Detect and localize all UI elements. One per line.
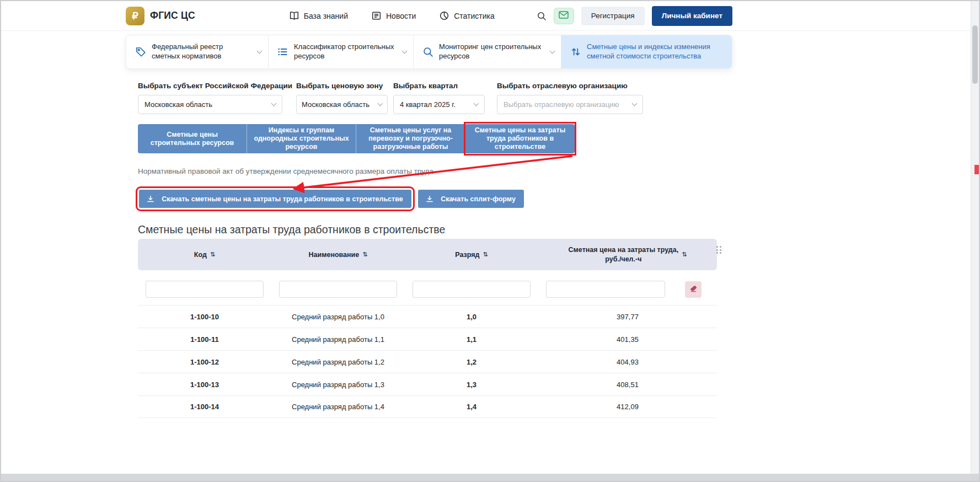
- filter-select-2[interactable]: Московская область: [296, 95, 388, 114]
- sort-icon[interactable]: ⇅: [682, 251, 687, 258]
- chevron-down-icon: [550, 48, 555, 53]
- scrollbar-thumb[interactable]: [972, 25, 978, 84]
- cell-name: Средний разряд работы 1,2: [271, 358, 405, 366]
- scroll-marker: [974, 165, 979, 174]
- header-nav-item[interactable]: База знаний: [289, 10, 348, 21]
- table-row[interactable]: 1-100-13Средний разряд работы 1,31,3408,…: [138, 373, 717, 395]
- cell-grade: 1,2: [405, 358, 538, 366]
- download-icon: [147, 195, 154, 203]
- news-icon: [371, 10, 382, 21]
- classifier-list-icon: [277, 46, 288, 57]
- sort-arrows-icon: [570, 46, 581, 57]
- table-filter-input-3[interactable]: [413, 281, 531, 298]
- filter-label: Выбрать квартал: [393, 82, 485, 90]
- sort-icon[interactable]: ⇅: [483, 251, 488, 258]
- nav-tab-4[interactable]: Сметные цены и индексы изменения сметной…: [561, 35, 732, 68]
- header-nav-item[interactable]: Новости: [371, 10, 416, 21]
- filter-select-1[interactable]: Московская область: [138, 95, 282, 114]
- table-row[interactable]: 1-100-10Средний разряд работы 1,01,0397,…: [138, 305, 717, 328]
- segment-tab-1[interactable]: Сметные цены строительных ресурсов: [138, 124, 247, 153]
- cell-name: Средний разряд работы 1,3: [271, 381, 405, 389]
- chevron-down-icon: [632, 101, 638, 106]
- segment-tab-label: Сметные цены услуг на перевозку и погруз…: [362, 126, 459, 151]
- column-header-4[interactable]: Сметная цена на затраты труда,руб./чел.-…: [538, 245, 717, 264]
- sort-icon[interactable]: ⇅: [210, 251, 215, 258]
- segment-tab-3[interactable]: Сметные цены услуг на перевозку и погруз…: [356, 124, 465, 153]
- column-label: Наименование: [309, 251, 360, 259]
- filter-select-3[interactable]: 4 квартал 2025 г.: [393, 95, 485, 114]
- search-icon[interactable]: [537, 11, 547, 21]
- clear-filters-button[interactable]: [685, 281, 701, 298]
- download-icon: [426, 195, 433, 203]
- chevron-down-icon: [474, 101, 479, 106]
- column-header-2[interactable]: Наименование⇅: [271, 251, 405, 259]
- filter-label: Выбрать субъект Российской Федерации: [138, 82, 282, 90]
- cell-price: 408,51: [538, 381, 717, 389]
- segment-tab-2[interactable]: Индексы к группам однородных строительны…: [247, 124, 356, 153]
- table-filter-row: [138, 270, 717, 305]
- nav-tab-2[interactable]: Классификатор строительных ресурсов: [269, 35, 414, 68]
- filter-3: Выбрать квартал4 квартал 2025 г.: [393, 82, 485, 114]
- scrollbar[interactable]: [971, 1, 979, 474]
- brand[interactable]: ₽ ФГИС ЦС: [126, 7, 195, 25]
- cell-price: 397,77: [538, 313, 717, 321]
- segment-tabs: Сметные цены строительных ресурсовИндекс…: [138, 124, 575, 153]
- filter-select-4[interactable]: Выбрать отраслевую организацию: [497, 95, 643, 114]
- monitoring-search-icon: [422, 46, 433, 57]
- header-right: Регистрация Личный кабинет: [537, 6, 732, 26]
- register-button[interactable]: Регистрация: [581, 7, 645, 25]
- mail-button[interactable]: [554, 8, 574, 24]
- filter-value: 4 квартал 2025 г.: [400, 100, 456, 109]
- cell-code: 1-100-13: [138, 381, 271, 389]
- cell-code: 1-100-14: [138, 403, 271, 411]
- column-header-1[interactable]: Код⇅: [138, 251, 271, 259]
- nav-tab-label: Классификатор строительных ресурсов: [294, 42, 397, 61]
- mail-icon: [559, 11, 569, 20]
- header-nav-label: База знаний: [304, 12, 348, 20]
- npa-link[interactable]: Нормативный правовой акт об утверждении …: [138, 167, 433, 175]
- download-button-label: Скачать сметные цены на затраты труда ра…: [161, 195, 404, 203]
- cell-name: Средний разряд работы 1,1: [271, 335, 405, 344]
- window-edge: [1, 474, 979, 481]
- brand-name: ФГИС ЦС: [150, 10, 195, 22]
- filter-value: Московская область: [302, 100, 369, 109]
- page: ₽ ФГИС ЦС База знанийНовостиСтатистика Р…: [0, 0, 980, 482]
- main-nav-tabs: Федеральный реестр сметных нормативовКла…: [126, 35, 732, 69]
- column-label: Код: [194, 251, 207, 259]
- header-nav-item[interactable]: Статистика: [439, 10, 495, 21]
- download-button-1[interactable]: Скачать сметные цены на затраты труда ра…: [139, 190, 411, 208]
- tag-icon: [135, 46, 146, 57]
- chevron-down-icon: [378, 101, 383, 106]
- nav-tab-1[interactable]: Федеральный реестр сметных нормативов: [126, 35, 269, 68]
- download-button-2[interactable]: Скачать сплит-форму: [418, 190, 524, 208]
- cell-name: Средний разряд работы 1,0: [271, 313, 405, 321]
- book-icon: [289, 10, 299, 21]
- table-row[interactable]: 1-100-14Средний разряд работы 1,41,4412,…: [138, 395, 717, 418]
- table-filter-input-4[interactable]: [546, 281, 665, 298]
- cell-price: 401,35: [538, 335, 717, 344]
- filter-label: Выбрать отраслевую организацию: [497, 82, 643, 90]
- chevron-down-icon: [402, 48, 408, 53]
- header-nav: База знанийНовостиСтатистика: [289, 10, 495, 21]
- nav-tab-3[interactable]: Мониторинг цен строительных ресурсов: [414, 35, 561, 68]
- cell-price: 404,93: [538, 358, 717, 366]
- sort-icon[interactable]: ⇅: [362, 251, 367, 258]
- eraser-icon: [689, 285, 698, 294]
- table-menu-icon[interactable]: [716, 246, 721, 254]
- table-filter-input-2[interactable]: [279, 281, 397, 298]
- cell-grade: 1,3: [405, 381, 538, 389]
- chevron-down-icon: [271, 101, 277, 106]
- nav-tab-label: Сметные цены и индексы изменения сметной…: [587, 42, 725, 61]
- table-header-row: Код⇅Наименование⇅Разряд⇅Сметная цена на …: [138, 239, 717, 270]
- segment-tab-label: Сметные цены на затраты труда работников…: [471, 126, 569, 151]
- column-header-3[interactable]: Разряд⇅: [405, 251, 538, 259]
- filter-1: Выбрать субъект Российской ФедерацииМоск…: [138, 82, 282, 114]
- filter-value: Московская область: [144, 100, 212, 109]
- table-filter-input-1[interactable]: [146, 281, 264, 298]
- table-body: 1-100-10Средний разряд работы 1,01,0397,…: [138, 305, 717, 418]
- segment-tab-4[interactable]: Сметные цены на затраты труда работников…: [465, 124, 575, 153]
- table-row[interactable]: 1-100-11Средний разряд работы 1,11,1401,…: [138, 328, 717, 350]
- account-button[interactable]: Личный кабинет: [652, 6, 732, 26]
- cell-grade: 1,4: [405, 403, 538, 411]
- table-row[interactable]: 1-100-12Средний разряд работы 1,21,2404,…: [138, 350, 717, 373]
